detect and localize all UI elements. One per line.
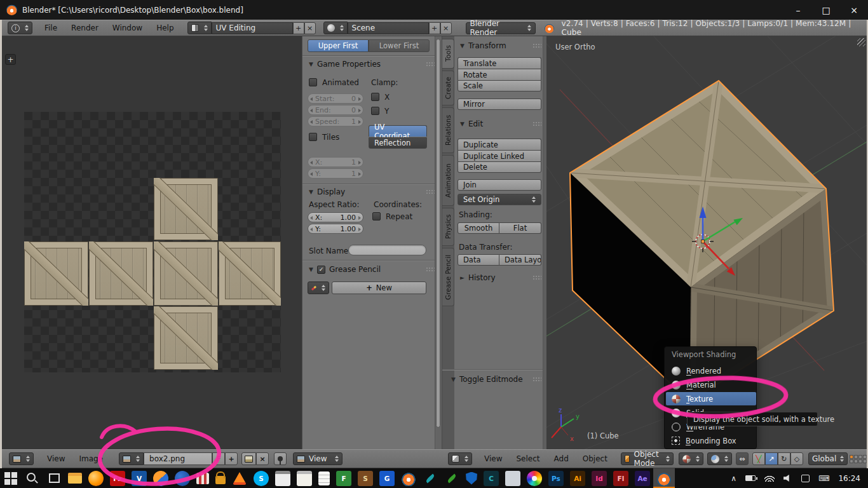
sidebar-scrollbar[interactable] [436, 39, 440, 428]
tiles-checkbox[interactable] [309, 133, 317, 141]
file-explorer-icon[interactable] [68, 473, 82, 484]
tab-relations[interactable]: Relations [442, 107, 454, 153]
viewport-shading-selector[interactable] [679, 452, 703, 465]
uv-image-canvas[interactable] [24, 112, 281, 372]
axis-widget-icon[interactable]: ╲╱ [752, 452, 765, 465]
menu-item-rendered[interactable]: Rendered [666, 364, 756, 377]
tab-physics[interactable]: Physics [442, 208, 454, 246]
quill-teal-icon[interactable] [423, 471, 438, 486]
vlc-icon[interactable] [232, 471, 247, 486]
notes-icon[interactable] [297, 471, 312, 486]
lock-app-icon[interactable] [215, 476, 226, 484]
color-disc-icon[interactable] [527, 471, 542, 486]
layout-browse-button[interactable] [187, 22, 212, 34]
menu-object[interactable]: Object [576, 454, 614, 463]
transform-orientation-selector[interactable]: Global [808, 452, 848, 465]
scale-button[interactable]: Scale [458, 80, 541, 92]
region-corner-handle[interactable] [857, 38, 865, 46]
app-f-icon[interactable]: F [336, 471, 351, 486]
illustrator-icon[interactable]: Ai [570, 471, 585, 486]
app-v-icon[interactable]: V [132, 471, 147, 486]
scene-browse-button[interactable] [323, 22, 348, 34]
app-orb-icon[interactable] [153, 471, 168, 486]
image-name-field[interactable]: box2.png [144, 452, 212, 465]
clamp-x-checkbox[interactable] [371, 93, 379, 101]
menu-file[interactable]: File [37, 24, 64, 32]
clock[interactable]: 16:24 [838, 474, 860, 483]
pivot-point-selector[interactable] [707, 452, 732, 465]
display-channels-selector[interactable]: View [293, 452, 342, 465]
menu-window[interactable]: Window [105, 24, 149, 32]
close-button[interactable]: × [840, 0, 868, 20]
duplicate-button[interactable]: Duplicate [458, 139, 541, 150]
defender-shield-icon[interactable] [466, 472, 477, 485]
blender-pinned-icon[interactable] [401, 471, 416, 486]
uv-image-editor[interactable]: + [2, 36, 302, 449]
tray-chevron-up-icon[interactable]: ∧ [731, 474, 736, 483]
delete-layout-button[interactable]: × [304, 22, 316, 34]
data-button[interactable]: Data [458, 254, 499, 266]
pack-image-button[interactable] [241, 452, 256, 465]
aspect-x-slider[interactable]: X:1.00 [308, 212, 363, 222]
transform-panel-header[interactable]: ▼ Transform [460, 41, 541, 50]
game-properties-header[interactable]: ▼ Game Properties [309, 60, 435, 69]
menu-add[interactable]: Add [547, 454, 576, 463]
repeat-checkbox[interactable] [372, 212, 381, 220]
tiles-x-slider[interactable]: X:1 [308, 157, 363, 167]
after-effects-icon[interactable]: Ae [635, 471, 650, 486]
data-layout-button[interactable]: Data Layo [499, 254, 541, 266]
wifi-icon[interactable] [764, 475, 775, 482]
tab-upper-first[interactable]: Upper First [308, 39, 369, 52]
add-scene-button[interactable]: + [429, 22, 440, 34]
duplicate-linked-button[interactable]: Duplicate Linked [458, 150, 541, 161]
skype-icon[interactable]: S [254, 471, 269, 486]
unlink-image-button[interactable]: × [256, 452, 269, 465]
indesign-icon[interactable]: Id [592, 471, 607, 486]
operator-redo-panel-header[interactable]: ▼ Toggle Editmode [451, 375, 541, 384]
flash-icon[interactable]: Fl [613, 471, 628, 486]
start-slider[interactable]: Start:0 [308, 93, 363, 104]
set-origin-dropdown[interactable]: Set Origin [458, 194, 541, 205]
mirror-button[interactable]: Mirror [458, 98, 541, 110]
new-image-button[interactable]: + [225, 452, 238, 465]
tab-create[interactable]: Create [442, 71, 454, 105]
menu-view[interactable]: View [40, 454, 72, 463]
screen-layout-selector[interactable]: UV Editing + × [187, 22, 316, 34]
manipulator-toggle-button[interactable]: ⇔ [736, 452, 749, 465]
scale-manipulator-button[interactable]: ◇ [790, 452, 803, 465]
editor-type-selector[interactable]: i [8, 22, 32, 34]
add-layout-button[interactable]: + [293, 22, 304, 34]
menu-item-texture[interactable]: Texture [666, 392, 756, 405]
scene-selector[interactable]: Scene + × [323, 22, 452, 34]
display-panel-header[interactable]: ▼ Display [309, 187, 435, 196]
render-engine-selector[interactable]: Blender Render [466, 22, 536, 34]
menu-help[interactable]: Help [149, 24, 180, 32]
clamp-y-checkbox[interactable] [371, 107, 379, 115]
editor-type-selector[interactable] [9, 452, 34, 465]
popcorn-time-icon[interactable] [196, 473, 209, 484]
filezilla-icon[interactable]: Fz [110, 471, 125, 486]
shade-smooth-button[interactable]: Smooth [458, 222, 499, 234]
join-button[interactable]: Join [458, 179, 541, 191]
minimize-button[interactable]: – [784, 0, 812, 20]
delete-button[interactable]: Delete [458, 161, 541, 173]
animated-checkbox[interactable] [309, 78, 317, 86]
layout-name-field[interactable]: UV Editing [212, 22, 293, 34]
edit-panel-header[interactable]: ▼ Edit [460, 119, 541, 128]
keyboard-icon[interactable]: ⌨ [818, 474, 829, 483]
pin-button[interactable] [274, 452, 287, 465]
app-gray-icon[interactable] [505, 471, 520, 486]
panel-drag-dots[interactable] [426, 189, 435, 194]
aspect-y-slider[interactable]: Y:1.00 [308, 224, 363, 234]
tab-grease-pencil[interactable]: Grease Pencil [442, 248, 454, 306]
panel-drag-dots[interactable] [426, 62, 435, 67]
speed-slider[interactable]: Speed:1 [308, 116, 363, 126]
translate-button[interactable]: Translate [458, 57, 541, 69]
mode-selector[interactable]: Object Mode [621, 452, 674, 465]
panel-drag-dots[interactable] [426, 267, 435, 272]
rotate-button[interactable]: Rotate [458, 69, 541, 80]
image-browse-button[interactable] [119, 452, 144, 465]
photoshop-icon[interactable]: Ps [548, 471, 564, 486]
blender-active-icon[interactable] [656, 471, 672, 486]
shade-flat-button[interactable]: Flat [499, 222, 541, 234]
